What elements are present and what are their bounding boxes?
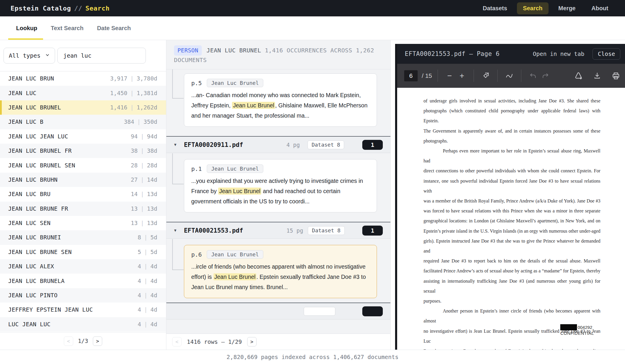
toolbar-divider <box>521 70 521 82</box>
next-page-button[interactable]: > <box>93 336 102 346</box>
entity-row[interactable]: JEAN LUC BRUNE FR 13 | 13d <box>0 202 166 216</box>
viewer-frame: EFTA00021553.pdf — Page 6 Open in new ta… <box>395 44 625 350</box>
pdf-text-line: Epstein’s private island in the U.S. Vir… <box>424 226 600 236</box>
zoom-out-button[interactable]: − <box>443 70 456 82</box>
count-separator: | <box>141 191 144 198</box>
entity-row[interactable]: JEAN LUC BRUNEL 1,416 | 1,262d <box>0 100 166 115</box>
excerpt-card[interactable]: p.1 Jean Luc Brunel ...you explained tha… <box>184 159 377 212</box>
nav-link-about[interactable]: About <box>585 2 614 14</box>
stamp-add-icon[interactable] <box>572 70 585 82</box>
document-count: 1,262d <box>137 104 157 111</box>
entity-row[interactable]: JEAN LUC BRUN 3,917 | 3,780d <box>0 71 166 86</box>
document-count: 4d <box>151 306 157 313</box>
document-count: 14d <box>147 176 157 183</box>
pdf-text-line: photographs (which constituted child por… <box>424 106 600 126</box>
entity-row-name: JEAN LUC B <box>8 119 124 125</box>
entity-row-name: JEAN LUC BRUN <box>8 75 110 82</box>
entity-row[interactable]: JEAN LUC BRUHN 27 | 14d <box>0 173 166 187</box>
tab-text-search[interactable]: Text Search <box>51 16 83 40</box>
excerpt-card[interactable]: p.5 Jean Luc Brunel ...an- Canadian mode… <box>184 73 377 127</box>
entity-list: JEAN LUC BRUN 3,917 | 3,780d JEAN LUC 1,… <box>0 71 166 332</box>
print-icon[interactable] <box>610 70 622 82</box>
download-icon[interactable] <box>591 70 603 82</box>
count-separator: | <box>130 90 134 97</box>
occurrence-count: 13 <box>131 205 138 212</box>
nav-link-search[interactable]: Search <box>517 2 549 14</box>
entity-row-counts: 14 | 13d <box>131 191 157 198</box>
pdf-text-line: photographs. <box>424 136 600 146</box>
document-count: 4d <box>151 292 157 299</box>
excerpt-page-label: p.1 <box>191 165 202 172</box>
entity-search-input[interactable] <box>57 48 146 63</box>
entity-row[interactable]: JEAN LUC BRUNEL SEN 28 | 28d <box>0 158 166 172</box>
type-filter-value: All types <box>9 52 40 59</box>
results-page-indicator: 1416 rows — 1/29 <box>187 339 242 345</box>
count-separator: | <box>144 234 148 241</box>
prev-results-button[interactable]: < <box>172 337 182 346</box>
tab-date-search[interactable]: Date Search <box>97 16 131 40</box>
tab-lookup[interactable]: Lookup <box>16 16 37 40</box>
viewer-top-gap <box>395 40 625 44</box>
occurrence-count: 13 <box>131 220 138 226</box>
entity-row-name: JEAN LUC JEAN LUC <box>8 133 131 140</box>
triangle-down-icon: ▼ <box>173 142 177 147</box>
pdf-text-content: of underage girls involved in sexual act… <box>397 88 625 350</box>
count-separator: | <box>141 176 144 183</box>
app-screen: Epstein Catalog // Search Datasets Searc… <box>0 0 625 364</box>
entity-row-name: LUC JEAN LUC <box>8 321 138 328</box>
document-group-header[interactable] <box>166 303 390 320</box>
document-count: 5d <box>151 234 157 241</box>
count-separator: | <box>144 263 148 270</box>
entity-tag-chip: Jean Luc Brunel <box>207 164 263 173</box>
open-new-tab-link[interactable]: Open in new tab <box>533 51 584 57</box>
nav-link-datasets[interactable]: Datasets <box>477 2 513 14</box>
highlighted-match: Jean Luc Brunel <box>232 102 275 109</box>
occurrence-count: 1,450 <box>110 90 127 97</box>
nav-link-merge[interactable]: Merge <box>552 2 582 14</box>
entity-row-counts: 27 | 14d <box>131 176 157 183</box>
entity-row-name: JEAN LUC BRUNE FR <box>8 205 131 212</box>
entity-row[interactable]: LUC JEAN LUC 4 | 4d <box>0 317 166 332</box>
entity-row[interactable]: JEAN LUC BRUNE SEN 5 | 5d <box>0 245 166 259</box>
pdf-text-line: of underage girls involved in sexual act… <box>424 96 600 106</box>
results-panel: PERSONJEAN LUC BRUNEL 1,416 OCCURRENCES … <box>166 40 391 350</box>
close-viewer-button[interactable]: Close <box>592 48 620 60</box>
entity-row-counts: 1,416 | 1,262d <box>110 104 157 111</box>
document-group-header[interactable]: ▼ EFTA00021553.pdf 15 pg Dataset 8 1 <box>166 222 390 239</box>
document-group-header[interactable]: ▼ EFTA00020911.pdf 4 pg Dataset 8 1 <box>166 136 390 153</box>
page-number-input[interactable]: 6 <box>404 70 418 81</box>
highlighted-match: Jean Luc Brunel <box>214 273 257 280</box>
excerpt-card[interactable]: p.6 Jean Luc Brunel ...ircle of friends … <box>184 245 377 298</box>
rotate-icon[interactable] <box>479 70 492 82</box>
type-filter-select[interactable]: All types <box>4 48 55 63</box>
occurrence-count: 4 <box>138 292 141 299</box>
entity-row[interactable]: JEAN LUC BRUNEI 8 | 5d <box>0 230 166 245</box>
entity-row[interactable]: JEAN LUC ALEX 4 | 4d <box>0 259 166 274</box>
entity-row-name: JEAN LUC <box>8 90 110 97</box>
entity-row[interactable]: JEFFREY EPSTEIN JEAN LUC 4 | 4d <box>0 303 166 317</box>
entity-row-name: JEAN LUC BRUNEL FR <box>8 147 131 154</box>
next-results-button[interactable]: > <box>247 337 257 346</box>
redo-icon[interactable] <box>539 70 551 82</box>
breadcrumb-section: Search <box>86 5 110 12</box>
count-separator: | <box>141 220 144 226</box>
draw-icon[interactable] <box>503 70 515 82</box>
entity-row[interactable]: JEAN LUC PINTO 4 | 4d <box>0 288 166 303</box>
entity-row[interactable]: JEAN LUC BRUNELA 4 | 4d <box>0 274 166 288</box>
occurrence-count: 4 <box>138 278 141 284</box>
zoom-in-button[interactable]: + <box>456 70 468 82</box>
prev-page-button[interactable]: < <box>64 336 73 346</box>
entity-row[interactable]: JEAN LUC B 384 | 350d <box>0 115 166 129</box>
occurrence-count: 4 <box>138 306 141 313</box>
entity-row-counts: 13 | 13d <box>131 220 157 226</box>
entity-row[interactable]: JEAN LUC BRUNEL FR 38 | 38d <box>0 144 166 158</box>
entity-row[interactable]: JEAN LUC 1,450 | 1,381d <box>0 86 166 100</box>
occurrence-count: 8 <box>138 234 141 241</box>
entity-row[interactable]: JEAN LUC JEAN LUC 94 | 94d <box>0 129 166 144</box>
entity-row[interactable]: JEAN LUC SEN 13 | 13d <box>0 216 166 230</box>
pdf-viewer-panel: EFTA00021553.pdf — Page 6 Open in new ta… <box>395 40 625 350</box>
entity-row[interactable]: JEAN LUC BRU 14 | 13d <box>0 187 166 201</box>
entity-row-counts: 4 | 4d <box>138 278 157 284</box>
undo-icon[interactable] <box>527 70 539 82</box>
document-title: EFTA00020911.pdf <box>184 141 275 148</box>
